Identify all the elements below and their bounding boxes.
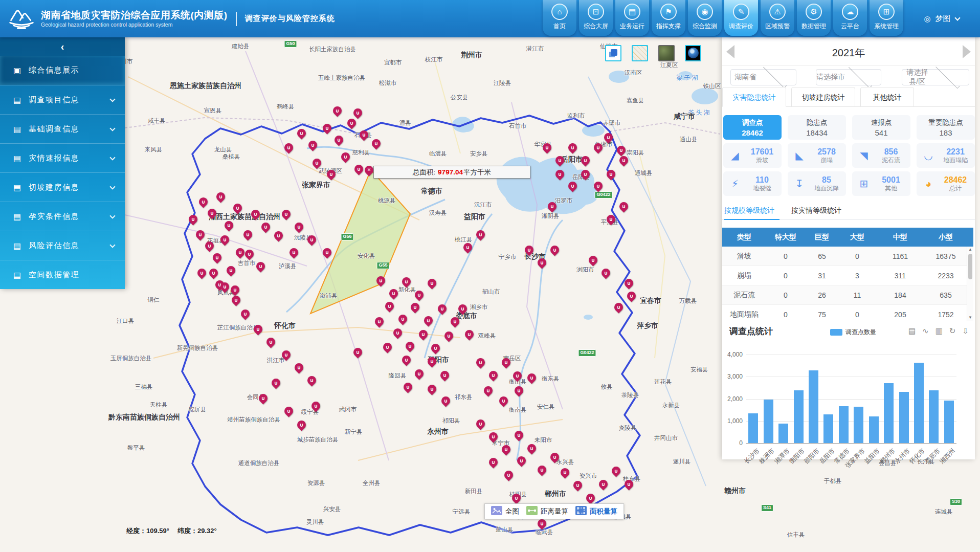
hazard-point-marker[interactable]: ∪ <box>510 492 522 504</box>
hazard-point-marker[interactable]: ∪ <box>287 246 300 258</box>
summary-card-调查点[interactable]: 调查点28462 <box>723 115 782 140</box>
hazard-point-marker[interactable]: ∪ <box>502 469 515 481</box>
hazard-point-marker[interactable]: ∪ <box>426 355 438 367</box>
hazard-point-marker[interactable]: ∪ <box>584 492 596 504</box>
hazard-point-marker[interactable]: ∪ <box>396 313 409 325</box>
hazard-point-marker[interactable]: ∪ <box>541 141 553 153</box>
hazard-point-marker[interactable]: ∪ <box>194 228 206 240</box>
type-card-滑坡[interactable]: ◢17601滑坡 <box>723 143 782 168</box>
hazard-point-marker[interactable]: ∪ <box>358 128 370 141</box>
hazard-point-marker[interactable]: ∪ <box>402 381 414 393</box>
hazard-point-marker[interactable]: ∪ <box>536 517 548 529</box>
hazard-point-marker[interactable]: ∪ <box>351 106 364 119</box>
hazard-point-marker[interactable]: ∪ <box>617 154 630 166</box>
tab-切坡建房统计[interactable]: 切坡建房统计 <box>791 87 855 107</box>
scroll-up-icon[interactable]: ▲ <box>967 247 973 253</box>
next-year-button[interactable] <box>963 45 971 58</box>
hazard-point-marker[interactable]: ∪ <box>417 328 429 340</box>
hazard-point-marker[interactable]: ∪ <box>487 430 499 443</box>
table-scrollbar[interactable]: ▲ ▼ <box>967 247 973 321</box>
hazard-point-marker[interactable]: ∪ <box>461 241 474 253</box>
type-card-其他[interactable]: ⊞5001其他 <box>852 171 910 196</box>
hazard-point-marker[interactable]: ∪ <box>553 154 566 166</box>
type-card-地面塌陷[interactable]: ◡2231地面塌陷 <box>917 143 975 168</box>
hazard-point-marker[interactable]: ∪ <box>599 267 612 279</box>
hazard-point-marker[interactable]: ∪ <box>306 139 319 151</box>
hazard-point-marker[interactable]: ∪ <box>203 239 215 252</box>
sidebar-collapse-button[interactable]: ‹ <box>0 37 125 56</box>
hazard-point-marker[interactable]: ∪ <box>282 141 295 153</box>
hazard-point-marker[interactable]: ∪ <box>383 300 395 312</box>
type-card-地面沉降[interactable]: ↧85地面沉降 <box>788 171 846 196</box>
hazard-point-marker[interactable]: ∪ <box>474 228 486 240</box>
hazard-point-marker[interactable]: ∪ <box>622 277 635 289</box>
hazard-point-marker[interactable]: ∪ <box>525 371 538 384</box>
tab-其他统计[interactable]: 其他统计 <box>860 87 914 107</box>
hazard-point-marker[interactable]: ∪ <box>463 328 475 340</box>
hazard-point-marker[interactable]: ∪ <box>373 315 385 327</box>
summary-card-重要隐患点[interactable]: 重要隐患点183 <box>917 115 975 140</box>
hazard-point-marker[interactable]: ∪ <box>546 200 558 212</box>
hazard-point-marker[interactable]: ∪ <box>352 163 365 175</box>
dataview-icon[interactable]: ▤ <box>908 326 916 336</box>
download-icon[interactable]: ⇩ <box>962 326 969 336</box>
hazard-point-marker[interactable]: ∪ <box>381 341 393 353</box>
satellite-basemap-button[interactable] <box>658 45 675 61</box>
hazard-point-marker[interactable]: ∪ <box>239 307 251 320</box>
hazard-point-marker[interactable]: ∪ <box>345 117 358 129</box>
hazard-point-marker[interactable]: ∪ <box>579 154 591 166</box>
sidebar-item-风险评估信息[interactable]: ▤风险评估信息 <box>0 231 125 260</box>
globe-basemap-button[interactable] <box>685 45 701 61</box>
hazard-point-marker[interactable]: ∪ <box>400 275 412 288</box>
hazard-point-marker[interactable]: ∪ <box>280 208 292 220</box>
hazard-point-marker[interactable]: ∪ <box>241 228 254 240</box>
hazard-point-marker[interactable]: ∪ <box>559 466 571 478</box>
hazard-point-marker[interactable]: ∪ <box>321 122 333 134</box>
hazard-point-marker[interactable]: ∪ <box>566 141 578 153</box>
hazard-point-marker[interactable]: ∪ <box>605 168 617 180</box>
hazard-point-marker[interactable]: ∪ <box>295 418 307 431</box>
hazard-point-marker[interactable]: ∪ <box>474 417 486 430</box>
layers-icon[interactable] <box>605 45 621 61</box>
hazard-point-marker[interactable]: ∪ <box>211 251 223 263</box>
hazard-point-marker[interactable]: ∪ <box>422 314 434 326</box>
hazard-point-marker[interactable]: ∪ <box>438 369 451 381</box>
hazard-point-marker[interactable]: ∪ <box>426 277 438 289</box>
nav-item-系统管理[interactable]: ⊞系统管理 <box>870 0 903 36</box>
hazard-point-marker[interactable]: ∪ <box>293 361 305 373</box>
hazard-point-marker[interactable]: ∪ <box>413 289 425 301</box>
map-tool-距离量算[interactable]: 距离量算 <box>526 506 568 517</box>
hazard-point-marker[interactable]: ∪ <box>387 287 399 299</box>
summary-card-速报点[interactable]: 速报点541 <box>852 115 910 140</box>
bar-chart-icon[interactable]: ▥ <box>936 326 943 336</box>
map-tool-面积量算[interactable]: 面积量算 <box>575 506 617 517</box>
hazard-point-marker[interactable]: ∪ <box>523 244 535 256</box>
hazard-point-marker[interactable]: ∪ <box>404 340 416 352</box>
hazard-point-marker[interactable]: ∪ <box>617 200 630 212</box>
nav-item-综合监测[interactable]: ◉综合监测 <box>688 0 722 36</box>
hazard-point-marker[interactable]: ∪ <box>615 144 627 156</box>
hazard-point-marker[interactable]: ∪ <box>339 150 351 163</box>
hazard-point-marker[interactable]: ∪ <box>500 443 512 455</box>
hazard-point-marker[interactable]: ∪ <box>548 244 561 256</box>
hazard-point-marker[interactable]: ∪ <box>449 315 461 327</box>
nav-item-综合大屏[interactable]: ⊡综合大屏 <box>579 0 613 36</box>
nav-item-指挥支撑[interactable]: ⚑指挥支撑 <box>652 0 685 36</box>
hazard-point-marker[interactable]: ∪ <box>602 131 614 143</box>
hazard-point-marker[interactable]: ∪ <box>515 454 527 467</box>
hazard-point-marker[interactable]: ∪ <box>206 207 218 219</box>
hazard-point-marker[interactable]: ∪ <box>426 383 438 395</box>
hazard-point-marker[interactable]: ∪ <box>413 367 425 380</box>
hazard-point-marker[interactable]: ∪ <box>249 208 261 220</box>
hazard-point-marker[interactable]: ∪ <box>610 465 622 477</box>
type-card-总计[interactable]: ◕28462总计 <box>917 171 975 196</box>
refresh-icon[interactable]: ↻ <box>949 326 956 336</box>
hazard-point-marker[interactable]: ∪ <box>222 219 235 231</box>
hazard-point-marker[interactable]: ∪ <box>592 141 604 153</box>
nav-item-数据管理[interactable]: ⚙数据管理 <box>797 0 831 36</box>
nav-item-云平台[interactable]: ☁云平台 <box>833 0 867 36</box>
hazard-point-marker[interactable]: ∪ <box>536 463 548 476</box>
subtab-按规模等级统计[interactable]: 按规模等级统计 <box>724 205 779 219</box>
sidebar-item-基础调查信息[interactable]: ▤基础调查信息 <box>0 114 125 143</box>
hazard-point-marker[interactable]: ∪ <box>605 213 617 225</box>
